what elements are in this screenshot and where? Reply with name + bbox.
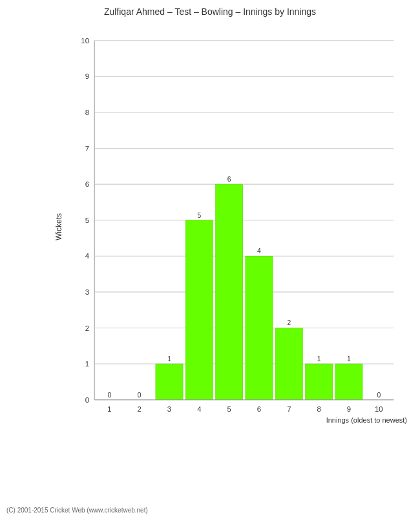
svg-rect-32 xyxy=(216,184,243,400)
svg-text:2: 2 xyxy=(85,324,89,332)
svg-text:0: 0 xyxy=(138,392,142,399)
svg-text:1: 1 xyxy=(107,405,111,413)
svg-text:6: 6 xyxy=(227,176,231,183)
chart-inner: Wickets Innings (oldest to newest) 01234… xyxy=(68,26,407,427)
svg-text:4: 4 xyxy=(85,252,89,260)
chart-container: Zulfiqar Ahmed – Test – Bowling – Inning… xyxy=(0,0,420,517)
chart-title: Zulfiqar Ahmed – Test – Bowling – Inning… xyxy=(104,6,316,17)
svg-rect-41 xyxy=(306,364,333,400)
svg-text:5: 5 xyxy=(85,216,89,224)
svg-rect-44 xyxy=(335,364,362,400)
y-axis-label: Wickets xyxy=(54,213,63,240)
svg-rect-29 xyxy=(185,220,213,400)
svg-rect-26 xyxy=(156,364,183,400)
svg-text:9: 9 xyxy=(85,72,89,80)
svg-text:8: 8 xyxy=(317,405,320,413)
svg-text:1: 1 xyxy=(347,355,351,363)
svg-text:2: 2 xyxy=(287,319,291,326)
svg-text:1: 1 xyxy=(167,355,171,363)
svg-rect-35 xyxy=(246,256,273,399)
svg-text:2: 2 xyxy=(138,405,142,413)
svg-text:3: 3 xyxy=(85,288,89,296)
svg-text:1: 1 xyxy=(317,355,321,363)
svg-text:1: 1 xyxy=(85,360,89,368)
chart-area: Wickets Innings (oldest to newest) 01234… xyxy=(39,20,414,459)
copyright: (C) 2001-2015 Cricket Web (www.cricketwe… xyxy=(6,507,148,514)
svg-text:5: 5 xyxy=(227,405,231,413)
svg-text:10: 10 xyxy=(81,37,89,45)
svg-rect-38 xyxy=(275,328,302,399)
x-axis-label: Innings (oldest to newest) xyxy=(326,416,407,424)
svg-text:0: 0 xyxy=(85,396,89,404)
svg-text:4: 4 xyxy=(257,248,261,255)
svg-text:7: 7 xyxy=(85,145,89,153)
svg-text:3: 3 xyxy=(167,405,171,413)
svg-text:8: 8 xyxy=(85,109,89,116)
svg-text:4: 4 xyxy=(197,405,201,413)
svg-text:6: 6 xyxy=(257,405,261,413)
svg-text:10: 10 xyxy=(375,405,383,413)
svg-text:6: 6 xyxy=(85,180,89,188)
svg-text:7: 7 xyxy=(287,405,291,413)
svg-text:9: 9 xyxy=(347,405,351,413)
chart-svg: 012345678910010213546546271819010 xyxy=(68,26,407,427)
svg-text:5: 5 xyxy=(197,212,201,219)
svg-text:0: 0 xyxy=(107,392,111,399)
svg-text:0: 0 xyxy=(377,392,381,399)
